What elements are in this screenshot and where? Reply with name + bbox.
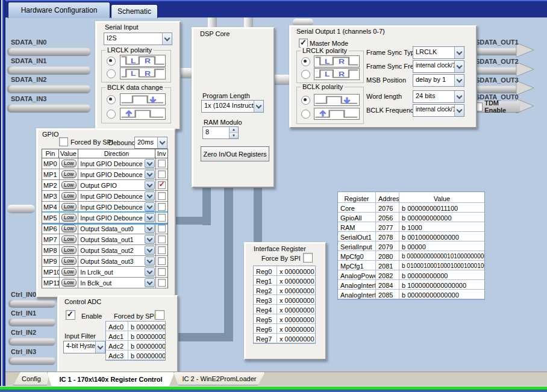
tab-ic1-register-control[interactable]: IC 1 - 170x\140x Register Control bbox=[47, 372, 175, 387]
pipe-dsp-to-adc-horizontal bbox=[173, 333, 233, 341]
combo-dropdown-button[interactable] bbox=[454, 105, 464, 116]
gpio-direction-dropdown-button[interactable] bbox=[145, 191, 155, 201]
gpio-inv-checkbox[interactable] bbox=[158, 246, 166, 254]
gpio-value-button[interactable]: Low bbox=[61, 225, 77, 232]
gpio-value-button[interactable]: Low bbox=[61, 192, 77, 200]
gpio-inv-checkbox[interactable] bbox=[158, 181, 166, 189]
serial-input-bclk-group: BCLK data change bbox=[101, 87, 171, 123]
combo-dropdown-button[interactable] bbox=[157, 137, 167, 148]
gpio-direction-dropdown-button[interactable] bbox=[145, 202, 155, 211]
gpio-direction-dropdown-button[interactable] bbox=[145, 159, 155, 168]
bclk-frequency-value: internal clock/1 bbox=[413, 105, 454, 116]
master-mode-checkbox[interactable] bbox=[299, 39, 308, 48]
frame-sync-type-combo[interactable]: LRCLK bbox=[413, 46, 464, 59]
serial-input-format-value: I2S bbox=[104, 33, 162, 45]
gpio-value-button[interactable]: Low bbox=[61, 203, 77, 211]
gpio-value-button[interactable]: Low bbox=[61, 214, 77, 222]
gpio-value-button[interactable]: Low bbox=[61, 170, 77, 178]
bottom-tab-strip: Config IC 1 - 170x\140x Register Control… bbox=[0, 372, 547, 387]
bclk-frequency-combo[interactable]: internal clock/1 bbox=[413, 104, 464, 117]
register-row: AnalogPowerI2082b 00000000000 bbox=[338, 270, 484, 280]
zero-registers-button[interactable]: Zero In/Out Registers bbox=[201, 146, 269, 161]
gpio-inv-checkbox[interactable] bbox=[158, 192, 166, 200]
combo-dropdown-button[interactable] bbox=[95, 341, 105, 353]
gpio-inv-checkbox[interactable] bbox=[158, 214, 166, 222]
gpio-direction-dropdown-button[interactable] bbox=[145, 224, 155, 233]
gpio-value-button[interactable]: Low bbox=[61, 181, 77, 189]
gpio-value-button[interactable]: Low bbox=[61, 246, 77, 254]
frame-sync-freq-combo[interactable]: internal clock/1 bbox=[413, 60, 464, 73]
out-bclk-waveform-b-icon bbox=[314, 108, 360, 120]
gpio-row-mp5-selected[interactable]: MP5LowInput GPIO Debounce bbox=[42, 213, 167, 223]
gpio-forced-by-spi-checkbox[interactable] bbox=[59, 137, 68, 146]
combo-dropdown-button[interactable] bbox=[162, 33, 172, 45]
reg-value: x 00000000 bbox=[277, 324, 315, 334]
gpio-direction-dropdown-button[interactable] bbox=[145, 235, 155, 244]
gpio-value-button[interactable]: Low bbox=[61, 235, 77, 243]
program-length-combo[interactable]: 1x (1024 Instructi bbox=[201, 100, 264, 113]
serial-input-format-combo[interactable]: I2S bbox=[104, 33, 172, 45]
register-name: RAM bbox=[338, 222, 376, 232]
gpio-direction-dropdown-button[interactable] bbox=[145, 278, 155, 287]
ram-modulo-stepper[interactable]: 8 ▲▼ bbox=[202, 126, 239, 139]
gpio-value-button[interactable]: Low bbox=[61, 160, 77, 167]
gpio-inv-checkbox[interactable] bbox=[158, 160, 166, 167]
gpio-direction-dropdown-button[interactable] bbox=[145, 170, 155, 179]
gpio-debounce-combo[interactable]: 20ms bbox=[134, 137, 167, 149]
adc-enable-checkbox[interactable] bbox=[66, 310, 75, 320]
svg-text:L: L bbox=[325, 71, 330, 78]
gpio-inv-checkbox[interactable] bbox=[158, 235, 166, 243]
force-by-spi-checkbox[interactable] bbox=[303, 253, 313, 263]
gpio-inv-checkbox[interactable] bbox=[158, 279, 166, 287]
gpio-direction-dropdown-button[interactable] bbox=[145, 257, 155, 266]
word-length-combo[interactable]: 24 bits bbox=[413, 90, 464, 103]
gpio-inv-checkbox[interactable] bbox=[158, 203, 166, 211]
arrow-sdata-out2 bbox=[516, 61, 535, 77]
gpio-inv-checkbox[interactable] bbox=[158, 170, 166, 178]
register-address: 2081 bbox=[376, 261, 399, 270]
gpio-pin: MP2 bbox=[42, 180, 59, 190]
out-bclk-radio-a[interactable] bbox=[301, 96, 310, 105]
gpio-direction-dropdown-button[interactable] bbox=[145, 181, 155, 190]
gpio-direction-dropdown-button[interactable] bbox=[145, 213, 155, 222]
bclk-data-change-radio-b[interactable] bbox=[107, 110, 116, 119]
gpio-direction: In Lrclk_out bbox=[80, 269, 113, 276]
gpio-inv-checkbox[interactable] bbox=[158, 225, 166, 232]
port-bar-sdata-out3 bbox=[472, 86, 520, 93]
tab-schematic[interactable]: Schematic bbox=[111, 4, 158, 18]
gpio-value-button[interactable]: Low bbox=[61, 279, 77, 287]
input-filter-combo[interactable]: 4-bit Hyste bbox=[63, 341, 105, 353]
gpio-direction-dropdown-button[interactable] bbox=[145, 246, 155, 255]
combo-dropdown-button[interactable] bbox=[254, 101, 263, 112]
out-lrclk-radio-b[interactable] bbox=[301, 70, 310, 79]
gpio-value-button[interactable]: Low bbox=[61, 257, 77, 265]
tab-hardware-configuration[interactable]: Hardware Configuration bbox=[8, 2, 110, 18]
gpio-inv-checkbox[interactable] bbox=[158, 268, 166, 276]
register-header-value: Value bbox=[399, 192, 484, 203]
adc-forced-by-spi-checkbox[interactable] bbox=[155, 310, 164, 320]
tab-config[interactable]: Config bbox=[13, 372, 49, 385]
register-header-name: Register bbox=[338, 192, 376, 203]
register-header-address: Address bbox=[376, 192, 399, 203]
lrclk-polarity-radio-a[interactable] bbox=[107, 57, 116, 66]
gpio-inv-checkbox[interactable] bbox=[158, 257, 166, 265]
lrclk-polarity-radio-b[interactable] bbox=[107, 69, 116, 78]
register-value: b 0000000000001010000000000 bbox=[399, 251, 484, 261]
interface-register-title: Interface Register bbox=[254, 245, 306, 252]
spin-down-button[interactable]: ▼ bbox=[230, 133, 238, 139]
gpio-direction: In Bclk_out bbox=[80, 279, 111, 287]
msb-position-combo[interactable]: delay by 1 bbox=[413, 74, 464, 87]
tab-ic2-prom-loader[interactable]: IC 2 - WinE2PromLoader bbox=[173, 372, 265, 385]
combo-dropdown-button[interactable] bbox=[454, 91, 464, 102]
svg-text:L: L bbox=[325, 58, 330, 66]
combo-dropdown-button[interactable] bbox=[454, 61, 464, 72]
spin-up-button[interactable]: ▲ bbox=[230, 127, 238, 133]
out-lrclk-waveform-b-icon: LR bbox=[314, 68, 360, 80]
combo-dropdown-button[interactable] bbox=[454, 47, 464, 58]
gpio-direction-dropdown-button[interactable] bbox=[145, 267, 155, 276]
bclk-data-change-radio-a[interactable] bbox=[107, 95, 116, 104]
out-bclk-radio-b[interactable] bbox=[301, 110, 310, 119]
combo-dropdown-button[interactable] bbox=[454, 75, 464, 86]
out-lrclk-radio-a[interactable] bbox=[301, 57, 310, 66]
gpio-value-button[interactable]: Low bbox=[61, 268, 77, 276]
